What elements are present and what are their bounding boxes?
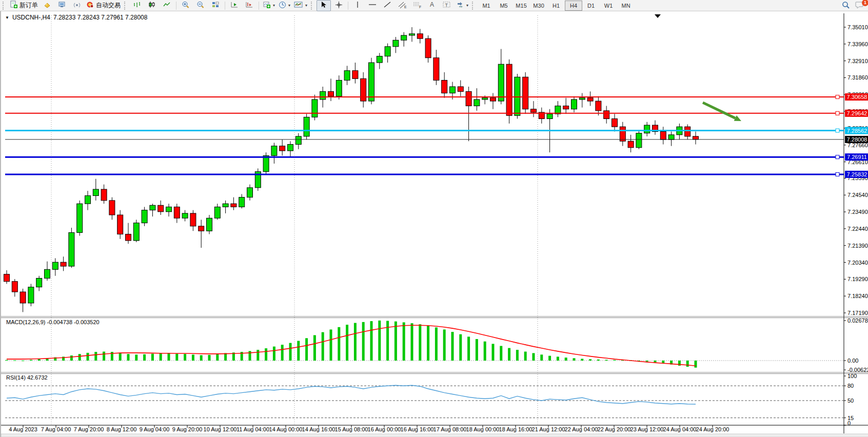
signals-button[interactable] <box>70 0 84 11</box>
text-label-tool-button[interactable]: T <box>440 0 454 11</box>
toolbar-separator <box>348 2 348 10</box>
line-handle[interactable] <box>836 129 839 132</box>
rsi-axis-label: 0 <box>847 420 851 426</box>
time-axis-label: 9 Aug 20:00 <box>172 426 203 432</box>
new-order-label: 新订单 <box>19 1 38 10</box>
messages-button[interactable]: 1 <box>855 1 864 10</box>
arrows-tool-button[interactable]: ▾ <box>455 0 470 11</box>
time-axis-label: 22 Aug 04:00 <box>565 426 598 432</box>
time-axis-label: 24 Aug 04:00 <box>663 426 697 432</box>
timeframe-button-m5[interactable]: M5 <box>495 1 512 11</box>
gold-icon <box>43 1 51 10</box>
symbol-timeframe-label: USDCNH-,H4 <box>12 14 50 21</box>
line-chart-button[interactable] <box>160 0 174 11</box>
price-tick-label: 7.31860 <box>847 74 868 81</box>
terminal-button[interactable] <box>55 0 69 11</box>
toolbar-right: 1 <box>842 0 864 11</box>
time-axis-label: 21 Aug 12:00 <box>532 426 565 432</box>
clock-icon <box>279 1 286 10</box>
price-tick-label: 7.23490 <box>847 209 868 215</box>
period-button[interactable]: ▾ <box>277 0 292 11</box>
new-order-button[interactable]: 新订单 <box>8 0 40 11</box>
fibonacci-tool-button[interactable]: F <box>410 0 424 11</box>
price-tick-label: 7.33960 <box>847 41 868 47</box>
candlestick-chart-icon <box>148 1 156 10</box>
auto-scroll-button[interactable] <box>227 0 242 11</box>
text-tool-button[interactable]: A <box>425 0 439 11</box>
dropdown-caret-icon: ▾ <box>305 3 307 8</box>
signal-icon <box>73 1 81 10</box>
horizontal-line-icon <box>368 1 377 10</box>
search-icon[interactable] <box>842 1 850 11</box>
crosshair-icon <box>335 1 343 10</box>
timeframe-button-m1[interactable]: M1 <box>478 1 495 11</box>
candlestick-chart-button[interactable] <box>145 0 159 11</box>
horizontal-line-tool-button[interactable] <box>365 0 380 11</box>
timeframe-button-w1[interactable]: W1 <box>600 1 617 11</box>
auto-trading-button[interactable]: 自动交易 <box>85 0 122 11</box>
macd-axis-label: -0.006239 <box>847 367 868 373</box>
text-label-icon: T <box>443 1 451 10</box>
zoom-out-icon <box>196 1 205 10</box>
timeframe-button-d1[interactable]: D1 <box>582 1 600 11</box>
notification-badge: 1 <box>862 0 868 6</box>
chart-shift-button[interactable] <box>242 0 257 11</box>
toolbar-separator <box>259 2 259 10</box>
timeframe-button-m30[interactable]: M30 <box>530 1 547 11</box>
price-tick-label: 7.21390 <box>847 243 868 249</box>
time-axis-label: 18 Aug 00:00 <box>466 426 500 432</box>
level-price-label: 7.30658 <box>847 94 867 100</box>
dropdown-caret-icon: ▾ <box>466 3 468 8</box>
new-order-icon <box>10 1 18 10</box>
mt4-window: 新订单 自动交易 <box>0 0 868 437</box>
macd-axis-label: 0.026782 <box>847 317 868 324</box>
zoom-in-button[interactable] <box>179 0 193 11</box>
timeframe-button-h4[interactable]: H4 <box>565 1 582 11</box>
terminal-icon <box>58 1 66 10</box>
level-price-label: 7.29642 <box>847 110 867 116</box>
time-axis-label: 4 Aug 2023 <box>9 426 37 432</box>
current-price-label: 7.28008 <box>847 136 867 143</box>
line-handle[interactable] <box>836 111 839 115</box>
line-handle[interactable] <box>836 155 839 159</box>
auto-trading-icon <box>86 1 94 10</box>
price-tick-label: 7.32910 <box>847 58 868 64</box>
trendline-tool-button[interactable] <box>380 0 394 11</box>
bar-chart-button[interactable] <box>130 0 144 11</box>
cursor-tool-button[interactable] <box>317 0 331 11</box>
svg-text:T: T <box>445 3 448 8</box>
tile-windows-button[interactable] <box>208 0 223 11</box>
timeframe-button-h1[interactable]: H1 <box>547 1 565 11</box>
line-handle[interactable] <box>836 95 839 99</box>
toolbar: 新订单 自动交易 <box>0 0 868 11</box>
add-indicator-icon <box>263 1 271 10</box>
time-axis-label: 24 Aug 20:00 <box>696 426 729 432</box>
add-indicator-button[interactable]: ▾ <box>261 0 277 11</box>
crosshair-tool-button[interactable] <box>331 0 346 11</box>
time-axis-label: 18 Aug 16:00 <box>499 426 532 432</box>
timeframe-button-mn[interactable]: MN <box>617 1 635 11</box>
tile-windows-icon <box>211 1 220 10</box>
time-axis-label: 9 Aug 04:00 <box>140 426 170 432</box>
zoom-out-button[interactable] <box>193 0 208 11</box>
price-tick-label: 7.24540 <box>847 192 868 198</box>
price-chart-svg[interactable]: 7.350107.339607.329107.318607.308107.297… <box>1 11 868 437</box>
line-handle[interactable] <box>836 172 839 176</box>
market-watch-button[interactable] <box>40 0 54 11</box>
trendline-icon <box>383 1 391 10</box>
toolbar-grip <box>124 2 128 10</box>
toolbar-separator <box>225 2 225 10</box>
svg-text:F: F <box>419 5 421 9</box>
time-axis-label: 7 Aug 04:00 <box>41 426 71 432</box>
rsi-axis-label: 50 <box>847 398 854 404</box>
fibonacci-icon: F <box>412 1 422 10</box>
timeframe-button-m15[interactable]: M15 <box>512 1 530 11</box>
rsi-axis-label: 100 <box>847 373 857 379</box>
equidistant-channel-tool-button[interactable]: E <box>395 0 409 11</box>
vertical-line-tool-button[interactable] <box>350 0 365 11</box>
symbol-dropdown-icon[interactable]: ▼ <box>5 15 9 20</box>
template-button[interactable]: ▾ <box>292 0 309 11</box>
chart-area[interactable]: 7.350107.339607.329107.318607.308107.297… <box>0 11 868 437</box>
cursor-icon <box>321 1 327 10</box>
level-price-label: 7.28562 <box>847 128 867 134</box>
